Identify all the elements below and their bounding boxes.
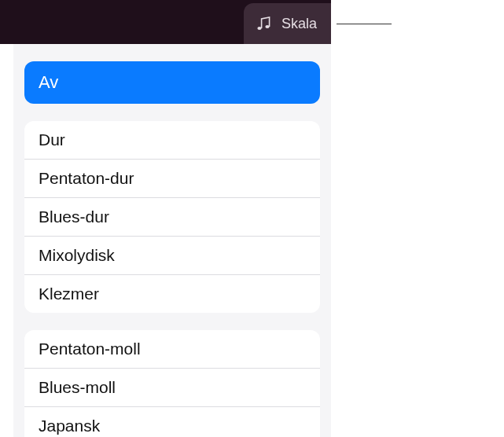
scale-option[interactable]: Blues-moll [24,369,320,407]
scale-option-label: Pentaton-moll [39,340,141,358]
scale-group-major: Dur Pentaton-dur Blues-dur Mixolydisk Kl… [24,121,320,313]
scale-option-label: Dur [39,130,65,149]
scale-option[interactable]: Pentaton-moll [24,330,320,369]
scale-button[interactable]: Skala [244,3,331,44]
scale-option-off[interactable]: Av [24,61,320,104]
scale-option-label: Blues-dur [39,207,109,226]
scale-option-label: Av [39,72,58,92]
scale-popover: Av Dur Pentaton-dur Blues-dur Mixolydisk… [13,44,331,437]
music-notes-icon [255,14,274,33]
scale-option[interactable]: Dur [24,121,320,160]
scale-button-label: Skala [281,16,317,32]
app-header: Skala [0,0,331,44]
scale-option[interactable]: Mixolydisk [24,237,320,275]
scale-option[interactable]: Japansk [24,407,320,437]
scale-option[interactable]: Blues-dur [24,198,320,237]
callout-line [337,24,392,24]
scale-option-label: Klezmer [39,285,99,303]
scale-option-label: Mixolydisk [39,246,115,264]
scale-option-label: Blues-moll [39,378,116,396]
scale-option-label: Pentaton-dur [39,169,134,187]
scale-option-label: Japansk [39,417,100,435]
scale-group-minor: Pentaton-moll Blues-moll Japansk [24,330,320,437]
scale-option[interactable]: Klezmer [24,275,320,313]
scale-option[interactable]: Pentaton-dur [24,160,320,198]
